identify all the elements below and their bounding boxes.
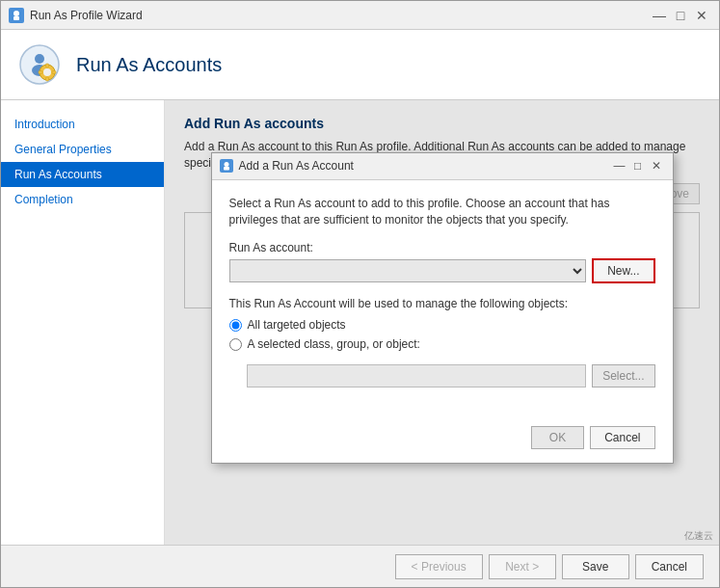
title-bar-text: Run As Profile Wizard [30,9,143,22]
modal-body: Select a Run As account to add to this p… [212,180,673,417]
radio-row-selected: A selected class, group, or object: [229,337,655,351]
account-label: Run As account: [229,241,655,254]
sidebar-item-completion[interactable]: Completion [1,187,164,212]
select-row: Select... [229,364,655,388]
radio-selected[interactable] [229,338,242,351]
run-as-account-select[interactable] [229,259,587,282]
select-button[interactable]: Select... [592,364,654,388]
modal-title-bar: Add a Run As Account — □ ✕ [212,153,673,180]
sidebar-item-general-properties[interactable]: General Properties [1,137,164,162]
save-button[interactable]: Save [562,554,629,579]
modal-dialog: Add a Run As Account — □ ✕ Select a Run … [211,152,674,465]
wizard-window: Run As Profile Wizard — □ ✕ [0,0,720,588]
title-bar-left: Run As Profile Wizard [9,8,143,23]
svg-point-6 [43,68,51,76]
main-content: Add Run As accounts Add a Run As account… [165,100,719,545]
svg-rect-7 [46,64,49,67]
new-button[interactable]: New... [592,258,654,283]
wizard-footer: < Previous Next > Save Cancel [1,545,719,587]
modal-close-button[interactable]: ✕ [648,157,665,174]
title-bar: Run As Profile Wizard — □ ✕ [1,1,719,30]
sidebar-item-introduction[interactable]: Introduction [1,112,164,137]
modal-maximize-button[interactable]: □ [629,157,647,174]
cancel-button[interactable]: Cancel [590,426,654,449]
radio-all-label: All targeted objects [248,318,346,332]
next-button[interactable]: Next > [489,554,556,579]
header-icon [16,41,63,88]
watermark: 亿速云 [684,529,713,543]
svg-rect-10 [52,71,56,74]
wizard-header-title: Run As Accounts [76,54,222,76]
svg-rect-12 [224,167,229,171]
svg-point-3 [35,54,44,64]
modal-minimize-button[interactable]: — [611,157,628,174]
close-button[interactable]: ✕ [692,6,711,25]
class-group-input[interactable] [247,364,587,388]
modal-title-controls: — □ ✕ [611,157,665,174]
modal-overlay: Add a Run As Account — □ ✕ Select a Run … [165,100,719,545]
modal-footer: OK Cancel [212,416,673,463]
sidebar: Introduction General Properties Run As A… [1,100,165,545]
svg-rect-8 [46,77,49,81]
wizard-body: Introduction General Properties Run As A… [1,100,719,545]
wizard-header: Run As Accounts [1,30,719,100]
objects-desc: This Run As Account will be used to mana… [229,297,655,310]
modal-title-text: Add a Run As Account [239,159,354,173]
modal-title-left: Add a Run As Account [220,159,354,173]
radio-all-targeted[interactable] [229,319,242,332]
sidebar-item-run-as-accounts[interactable]: Run As Accounts [1,162,164,187]
minimize-button[interactable]: — [650,6,669,25]
radio-selected-label: A selected class, group, or object: [248,337,420,351]
svg-point-11 [224,162,228,167]
svg-rect-9 [39,71,42,74]
radio-group: All targeted objects A selected class, g… [229,318,655,351]
radio-row-all: All targeted objects [229,318,655,332]
previous-button[interactable]: < Previous [395,554,483,579]
modal-description: Select a Run As account to add to this p… [229,196,655,228]
modal-title-icon [220,159,233,173]
title-bar-controls: — □ ✕ [650,6,711,25]
footer-cancel-button[interactable]: Cancel [635,554,704,579]
svg-point-0 [13,11,19,16]
wizard-icon [9,8,24,23]
maximize-button[interactable]: □ [671,6,690,25]
ok-button[interactable]: OK [531,426,584,449]
account-row: New... [229,258,655,283]
svg-rect-1 [13,16,19,20]
